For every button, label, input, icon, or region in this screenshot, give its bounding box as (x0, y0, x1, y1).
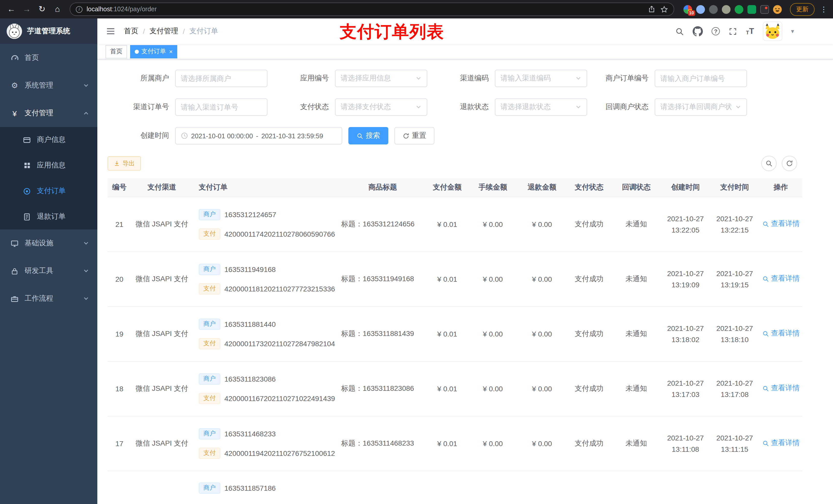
search-icon[interactable] (675, 27, 684, 35)
cell-status: 支付成功 (567, 416, 612, 471)
cell-amount: ¥ 0.01 (426, 416, 468, 471)
view-detail-link[interactable]: 查看详情 (762, 329, 800, 338)
merchant-tag: 商户 (199, 428, 220, 439)
help-icon[interactable]: ? (712, 27, 720, 35)
cell-id: 17 (108, 416, 131, 471)
sidebar-item-merchant-info[interactable]: 商户信息 (0, 127, 97, 153)
cell-notify: 未通知 (612, 306, 661, 361)
cell-id: 21 (108, 197, 131, 251)
sidebar-item-app-info[interactable]: 应用信息 (0, 153, 97, 178)
sidebar-group-system[interactable]: ⚙ 系统管理 (0, 72, 97, 99)
red-annotation: 支付订单列表 (340, 21, 444, 44)
cell-action: 查看详情 (759, 197, 802, 251)
chevron-down-icon (575, 104, 581, 110)
extension-icon-4[interactable] (722, 5, 731, 14)
sidebar-group-pay[interactable]: ¥ 支付管理 (0, 99, 97, 127)
col-notify: 回调状态 (612, 178, 661, 197)
search-button[interactable]: 搜索 (348, 127, 388, 144)
cell-order: 商户1635311823086 支付4200001167202110271022… (193, 361, 339, 416)
merchant-input[interactable] (175, 70, 267, 87)
cell-create-time: 2021-10-2713:19:09 (661, 251, 710, 306)
extension-icon-7[interactable] (760, 5, 769, 14)
sidebar-group-devtools[interactable]: 研发工具 (0, 257, 97, 285)
browser-update-button[interactable]: 更新 (790, 3, 814, 16)
tab-home[interactable]: 首页 (105, 45, 127, 58)
extension-icon-3[interactable] (709, 5, 718, 14)
view-detail-link[interactable]: 查看详情 (762, 439, 800, 448)
sidebar-item-home[interactable]: 首页 (0, 44, 97, 72)
browser-profile-avatar[interactable] (773, 5, 782, 14)
cell-fee: ¥ 0.00 (468, 251, 518, 306)
extension-icon-5[interactable] (735, 5, 743, 14)
refresh-icon (786, 160, 793, 167)
view-detail-link[interactable]: 查看详情 (762, 219, 800, 229)
cell-fee: ¥ 0.00 (468, 306, 518, 361)
extension-icon-1[interactable]: 10 (684, 5, 692, 14)
pay-status-select[interactable]: 请选择支付状态 (335, 98, 427, 116)
dashboard-icon (10, 53, 19, 62)
refund-status-select[interactable]: 请选择退款状态 (495, 98, 587, 116)
tags-view: 首页 支付订单 × (97, 44, 833, 59)
extension-icon-2[interactable] (696, 5, 705, 14)
view-detail-link[interactable]: 查看详情 (762, 274, 800, 284)
export-button[interactable]: 导出 (108, 156, 141, 171)
cell-channel: 微信 JSAPI 支付 (131, 361, 193, 416)
clock-icon (181, 132, 188, 139)
merchant-order-no-input[interactable] (655, 70, 747, 87)
tab-pay-order[interactable]: 支付订单 × (130, 45, 177, 58)
refresh-table-button[interactable] (782, 156, 797, 171)
yen-icon: ¥ (10, 109, 19, 118)
site-info-icon[interactable]: i (76, 6, 82, 13)
sidebar-group-workflow[interactable]: 工作流程 (0, 285, 97, 312)
channel-pay-no: 4200001167202110271022491439 (224, 394, 335, 402)
address-bar[interactable]: i localhost:1024/pay/order (70, 3, 674, 16)
browser-reload-icon[interactable]: ↻ (35, 2, 49, 16)
bookmark-star-icon[interactable] (660, 5, 668, 13)
col-channel: 支付渠道 (131, 178, 193, 197)
cell-order: 商户1635312124657 支付4200001174202110278060… (193, 197, 339, 251)
browser-home-icon[interactable]: ⌂ (50, 2, 65, 16)
url-text[interactable]: localhost:1024/pay/order (87, 6, 644, 13)
date-start[interactable]: 2021-10-01 00:00:00 (191, 132, 253, 140)
fullscreen-icon[interactable] (729, 27, 737, 35)
browser-forward-icon[interactable]: → (20, 2, 34, 16)
callback-status-label: 回调商户状态 (587, 102, 655, 112)
user-avatar[interactable] (763, 22, 782, 41)
callback-status-select[interactable]: 请选择订单回调商户状态 (655, 98, 747, 116)
font-size-icon[interactable]: TT (746, 27, 754, 35)
cell-order: 商户1635311881440 支付4200001173202110272847… (193, 306, 339, 361)
cell-fee: ¥ 0.00 (468, 197, 518, 251)
share-icon[interactable] (648, 6, 655, 13)
chevron-down-icon (83, 82, 89, 89)
breadcrumb-home[interactable]: 首页 (124, 27, 138, 36)
sidebar-group-infra[interactable]: 基础设施 (0, 230, 97, 257)
table-row: 18 微信 JSAPI 支付 商户1635311823086 支付4200001… (108, 361, 802, 416)
caret-down-icon[interactable]: ▾ (791, 28, 794, 35)
table-row: 20 微信 JSAPI 支付 商户1635311949168 支付4200001… (108, 251, 802, 306)
download-icon (114, 160, 120, 166)
pay-tag: 支付 (199, 338, 220, 349)
reset-button[interactable]: 重置 (395, 127, 434, 144)
col-fee: 手续金额 (468, 178, 518, 197)
channel-code-select[interactable]: 请输入渠道编码 (495, 70, 587, 87)
channel-order-no-input[interactable] (175, 98, 267, 116)
github-icon[interactable] (693, 26, 703, 37)
cell-pay-time: 2021-10-2713:11:15 (710, 416, 759, 471)
sidebar-item-refund-order[interactable]: 退款订单 (0, 204, 97, 230)
app-logo[interactable]: 芋道管理系统 (0, 19, 97, 44)
app-no-select[interactable]: 请选择应用信息 (335, 70, 427, 87)
cell-title: 标题：1635312124656 (339, 197, 426, 251)
extension-icon-6[interactable] (747, 5, 756, 14)
hamburger-icon[interactable] (105, 26, 116, 37)
toggle-search-button[interactable] (761, 156, 777, 171)
close-icon[interactable]: × (169, 48, 173, 54)
browser-back-icon[interactable]: ← (4, 2, 19, 16)
date-end[interactable]: 2021-10-31 23:59:59 (261, 132, 323, 140)
breadcrumb-group[interactable]: 支付管理 (149, 27, 178, 36)
cell-title: 标题：1635311823086 (339, 361, 426, 416)
view-detail-link[interactable]: 查看详情 (762, 384, 800, 393)
sidebar-item-pay-order[interactable]: 支付订单 (0, 178, 97, 204)
browser-menu-icon[interactable]: ⋮ (819, 5, 829, 13)
channel-order-no-label: 渠道订单号 (108, 102, 175, 112)
create-time-range[interactable]: 2021-10-01 00:00:00 - 2021-10-31 23:59:5… (175, 127, 342, 144)
